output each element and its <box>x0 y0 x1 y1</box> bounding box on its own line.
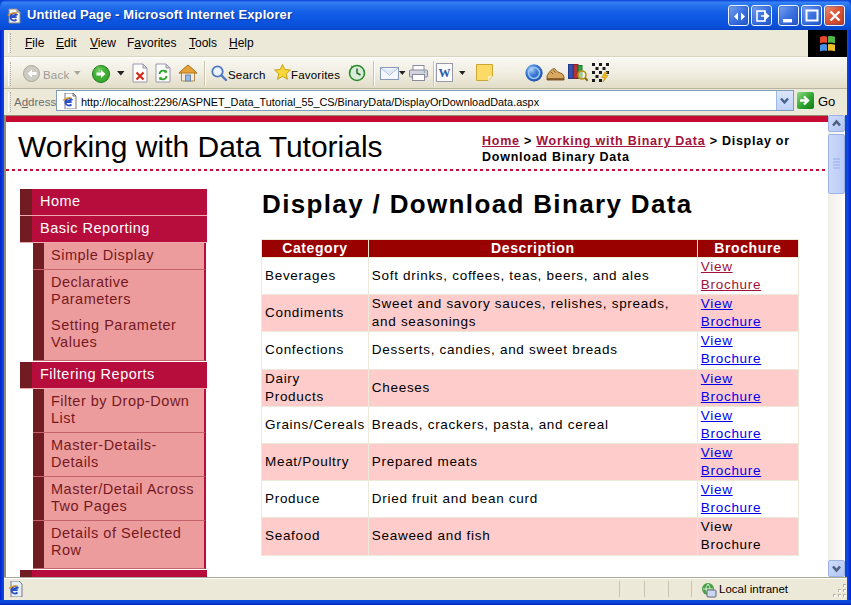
svg-text:W: W <box>439 66 451 80</box>
